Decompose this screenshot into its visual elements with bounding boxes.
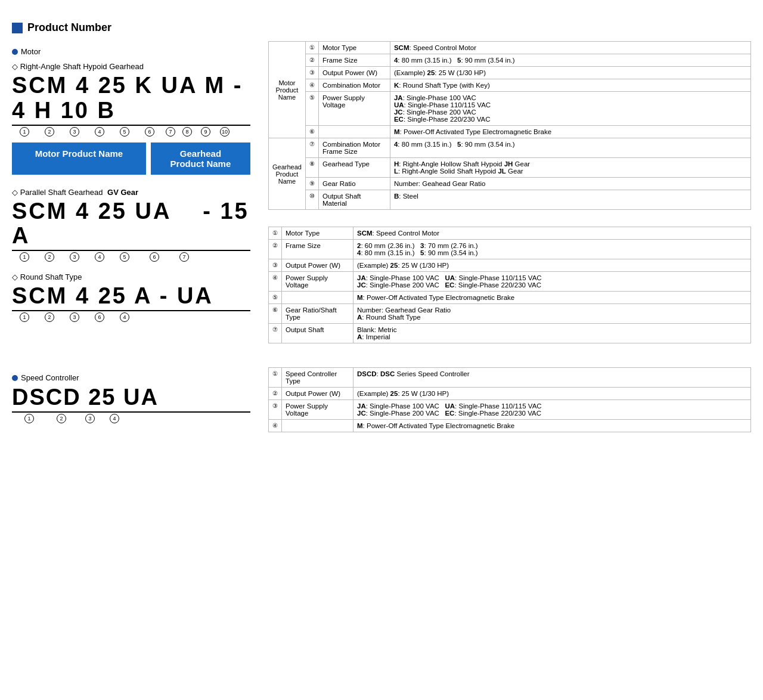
p-circle-6: 6	[137, 252, 172, 262]
p-row-label-6: Gear Ratio/ShaftType	[282, 304, 353, 324]
table-row: ⑩ Output Shaft Material B: Steel	[269, 190, 751, 210]
p-row-label-3: Output Power (W)	[282, 259, 353, 272]
row-num-5: ⑤	[305, 92, 318, 126]
row-num-8: ⑧	[305, 158, 318, 178]
p-row-label-1: Motor Type	[282, 227, 353, 240]
circle-9: 9	[196, 127, 216, 137]
row-num-10: ⑩	[305, 190, 318, 210]
p-row-value-2: 2: 60 mm (2.36 in.) 3: 70 mm (2.76 in.) …	[353, 240, 751, 259]
table-row: ③ Output Power (W) (Example) 25: 25 W (1…	[269, 67, 751, 79]
row-num-4: ④	[305, 79, 318, 92]
row-value-5: JA: Single-Phase 100 VAC UA: Single-Phas…	[390, 92, 750, 126]
r-circle-3: 3	[62, 312, 87, 322]
table-row: ⑧ Gearhead Type H: Right-Angle Hollow Sh…	[269, 158, 751, 178]
product-code-sc: DSCD 25 UA	[12, 385, 250, 413]
table-row: ④ M: Power-Off Activated Type Electromag…	[269, 420, 751, 432]
row-num-1: ①	[305, 42, 318, 54]
right-angle-label: ◇ Right-Angle Shaft Hypoid Gearhead	[12, 62, 250, 71]
sc-row-label-3: Power Supply Voltage	[282, 400, 353, 420]
parallel-table-wrapper: ① Motor Type SCM: Speed Control Motor ② …	[268, 227, 751, 343]
p-row-num-4: ④	[269, 272, 282, 292]
table-row: ⑤ M: Power-Off Activated Type Electromag…	[269, 292, 751, 304]
circle-10: 10	[216, 127, 234, 137]
page-wrapper: Product Number Motor ◇ Right-Angle Shaft…	[12, 21, 751, 432]
p-row-num-2: ②	[269, 240, 282, 259]
sc-row-value-4: M: Power-Off Activated Type Electromagne…	[353, 420, 751, 432]
table-row: MotorProductName ① Motor Type SCM: Speed…	[269, 42, 751, 54]
round-section: ◇ Round Shaft Type SCM 4 25 A - UA 1 2 3…	[12, 272, 250, 322]
table-row: ⑤ Power Supply Voltage JA: Single-Phase …	[269, 92, 751, 126]
round-label: ◇ Round Shaft Type	[12, 272, 250, 281]
p-row-num-3: ③	[269, 259, 282, 272]
row-value-8: H: Right-Angle Hollow Shaft Hypoid JH Ge…	[390, 158, 750, 178]
table-row: ③ Power Supply Voltage JA: Single-Phase …	[269, 400, 751, 420]
p-row-value-5: M: Power-Off Activated Type Electromagne…	[353, 292, 751, 304]
row-label-8: Gearhead Type	[318, 158, 390, 178]
p-row-value-7: Blank: Metric A: Imperial	[353, 324, 751, 343]
motor-group-label: MotorProductName	[269, 42, 306, 138]
sc-row-value-3: JA: Single-Phase 100 VAC UA: Single-Phas…	[353, 400, 751, 420]
section-title: Product Number	[27, 21, 111, 34]
circle-7: 7	[162, 127, 179, 137]
speed-controller-section: Speed Controller DSCD 25 UA 1 2 3 4 ① Sp…	[12, 367, 751, 432]
sc-circle-3: 3	[76, 414, 104, 423]
sc-label: Speed Controller	[12, 373, 250, 382]
p-circle-2: 2	[37, 252, 62, 262]
row-value-7: 4: 80 mm (3.15 in.) 5: 90 mm (3.54 in.)	[390, 138, 750, 158]
product-code-round: SCM 4 25 A - UA	[12, 284, 250, 311]
r-circle-6: 6	[87, 312, 112, 322]
table-row: ⑦ Output Shaft Blank: Metric A: Imperial	[269, 324, 751, 343]
sc-row-label-1: Speed ControllerType	[282, 368, 353, 388]
row-value-1: SCM: Speed Control Motor	[390, 42, 750, 54]
row-label-4: Combination Motor	[318, 79, 390, 92]
circle-1: 1	[12, 127, 37, 137]
table-row: ⑥ M: Power-Off Activated Type Electromag…	[269, 126, 751, 138]
p-row-label-5	[282, 292, 353, 304]
gearhead-product-name-box: Gearhead Product Name	[151, 143, 250, 175]
product-code-parallel: SCM 4 25 UA - 15 A	[12, 199, 250, 252]
p-row-num-6: ⑥	[269, 304, 282, 324]
row-label-6	[318, 126, 390, 138]
r-circle-4: 4	[112, 312, 137, 322]
p-circle-4: 4	[87, 252, 112, 262]
row-label-5: Power Supply Voltage	[318, 92, 390, 126]
p-circle-5: 5	[112, 252, 137, 262]
right-angle-table: MotorProductName ① Motor Type SCM: Speed…	[268, 41, 751, 210]
motor-product-name-box: Motor Product Name	[12, 143, 146, 175]
table-row: GearheadProductName ⑦ Combination MotorF…	[269, 138, 751, 158]
circle-row-sc: 1 2 3 4	[12, 414, 250, 423]
sc-right: ① Speed ControllerType DSCD: DSC Series …	[268, 367, 751, 432]
circle-row-round: 1 2 3 6 4	[12, 312, 250, 322]
row-label-10: Output Shaft Material	[318, 190, 390, 210]
table-row: ① Motor Type SCM: Speed Control Motor	[269, 227, 751, 240]
p-row-value-1: SCM: Speed Control Motor	[353, 227, 751, 240]
row-value-9: Number: Geahead Gear Ratio	[390, 178, 750, 190]
motor-label: Motor	[12, 47, 250, 56]
motor-left: Motor ◇ Right-Angle Shaft Hypoid Gearhea…	[12, 41, 250, 328]
r-circle-1: 1	[12, 312, 37, 322]
p-row-label-4: Power Supply Voltage	[282, 272, 353, 292]
row-num-7: ⑦	[305, 138, 318, 158]
sc-circle-1: 1	[12, 414, 46, 423]
p-row-label-2: Frame Size	[282, 240, 353, 259]
sc-layout: Speed Controller DSCD 25 UA 1 2 3 4 ① Sp…	[12, 367, 751, 432]
row-num-3: ③	[305, 67, 318, 79]
p-row-num-1: ①	[269, 227, 282, 240]
p-row-value-3: (Example) 25: 25 W (1/30 HP)	[353, 259, 751, 272]
name-boxes: Motor Product Name Gearhead Product Name	[12, 143, 250, 175]
sc-circle-2: 2	[46, 414, 76, 423]
gearhead-group-label: GearheadProductName	[269, 138, 306, 210]
sc-row-num-4: ④	[269, 420, 282, 432]
row-value-3: (Example) 25: 25 W (1/30 HP)	[390, 67, 750, 79]
table-row: ② Frame Size 4: 80 mm (3.15 in.) 5: 90 m…	[269, 54, 751, 67]
row-num-2: ②	[305, 54, 318, 67]
table-row: ② Frame Size 2: 60 mm (2.36 in.) 3: 70 m…	[269, 240, 751, 259]
circle-row-parallel: 1 2 3 4 5 6 7	[12, 252, 250, 262]
row-value-10: B: Steel	[390, 190, 750, 210]
product-number-header: Product Number	[12, 21, 751, 34]
p-row-num-5: ⑤	[269, 292, 282, 304]
circle-2: 2	[37, 127, 62, 137]
sc-row-value-2: (Example) 25: 25 W (1/30 HP)	[353, 388, 751, 400]
row-num-9: ⑨	[305, 178, 318, 190]
sc-row-value-1: DSCD: DSC Series Speed Controller	[353, 368, 751, 388]
